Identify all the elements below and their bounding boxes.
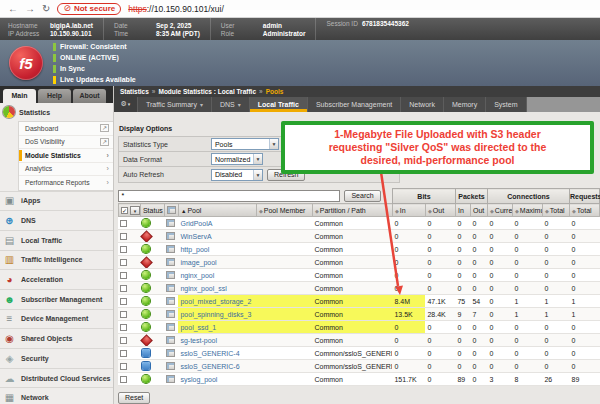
expand-row-icon[interactable] [166,323,175,331]
row-checkbox[interactable] [120,350,127,357]
sidebar-item-shared-objects[interactable]: ◉Shared Objects [0,328,113,348]
row-checkbox[interactable] [120,337,127,344]
row-checkbox[interactable] [120,376,127,383]
sidebar-item-subscriber-management[interactable]: ☻Subscriber Management [0,289,113,309]
expand-row-icon[interactable] [166,271,175,279]
stat-value: 0 [570,321,600,334]
column-header-bits-out[interactable]: ◆Out [425,204,455,217]
column-header-status[interactable]: Status [140,204,164,217]
pool-link[interactable]: nginx_pool_ssl [180,285,226,292]
breadcrumb-module-statistics[interactable]: Module Statistics : Local Traffic [158,88,256,95]
pool-link[interactable]: image_pool [180,259,216,266]
browser-refresh-icon[interactable]: ↻ [42,4,50,14]
column-header-partition-path[interactable]: ◆Partition / Path [312,204,392,217]
row-checkbox[interactable] [120,324,127,331]
sidebar-subitem-performance-reports[interactable]: Performance Reports› [19,176,113,190]
expand-row-icon[interactable] [166,349,175,357]
column-header-pool[interactable]: ▲Pool [178,204,256,217]
pool-link[interactable]: ssloS_GENERIC-4 [180,350,239,357]
pool-link[interactable]: ssloS_GENERIC-6 [180,363,239,370]
pool-link[interactable]: syslog_pool [180,376,217,383]
sidebar-item-network[interactable]: ▦Network [0,387,113,404]
tab-system[interactable]: System [486,97,526,112]
url-text[interactable]: https://10.150.90.101/xui/ [128,4,223,14]
sidebar-item-traffic-intelligence[interactable]: ▥Traffic Intelligence [0,250,113,270]
sidebar-item-security[interactable]: ◈Security [0,348,113,368]
expand-all-icon[interactable] [167,206,176,214]
tab-subscriber-management[interactable]: Subscriber Management [308,97,401,112]
sidebar-item-distributed-cloud-services[interactable]: ☁Distributed Cloud Services [0,368,113,388]
stat-value: 0 [425,373,455,386]
pool-link[interactable]: http_pool [180,246,209,253]
search-button[interactable]: Search [344,190,380,202]
pool-link[interactable]: sg-test-pool [180,337,217,344]
row-checkbox[interactable] [120,259,127,266]
expand-row-icon[interactable] [166,258,175,266]
row-checkbox[interactable] [120,363,127,370]
search-input[interactable] [118,190,340,202]
pool-link[interactable]: pool_spinning_disks_3 [180,311,251,318]
row-checkbox[interactable] [120,272,127,279]
expand-row-icon[interactable] [166,232,175,240]
sidebar-tab-about[interactable]: About [73,89,106,103]
column-header-bits-in[interactable]: ◆In [392,204,425,217]
sidebar-subitem-analytics[interactable]: Analytics› [19,163,113,177]
expand-row-icon[interactable] [166,219,175,227]
sidebar-subitem-module-statistics[interactable]: Module Statistics› [19,149,113,163]
sidebar-subitem-dashboard[interactable]: Dashboard↗ [19,122,113,136]
row-checkbox[interactable] [120,246,127,253]
expand-row-icon[interactable] [166,310,175,318]
f5-logo[interactable]: f5 [9,46,43,80]
pool-link[interactable]: pool_ssd_1 [180,324,216,331]
expand-row-icon[interactable] [166,297,175,305]
row-checkbox[interactable] [120,220,127,227]
expand-row-icon[interactable] [166,284,175,292]
sidebar-item-statistics[interactable]: Statistics [0,103,113,121]
pool-link[interactable]: GridPoolA [180,220,212,227]
column-header-pool-member[interactable]: ◆Pool Member [256,204,312,217]
settings-gear-tab[interactable]: ⚙▾ [114,97,138,112]
tab-local-traffic[interactable]: Local Traffic [250,97,308,112]
reset-button[interactable]: Reset [118,392,150,404]
column-header-connections-maximum[interactable]: ◆Maximum [512,204,542,217]
pool-link[interactable]: WinServA [180,233,211,240]
sidebar-item-device-management[interactable]: ≡Device Management [0,309,113,329]
browser-forward-icon[interactable]: → [25,4,35,14]
browser-back-icon[interactable]: ← [8,4,18,14]
sidebar-item-dns[interactable]: ⊕DNS [0,210,113,230]
tab-network[interactable]: Network [401,97,444,112]
row-checkbox[interactable] [120,233,127,240]
statistics-type-select[interactable]: Pools▼ [211,138,279,150]
auto-refresh-select[interactable]: Disabled▼ [211,169,263,181]
expand-row-icon[interactable] [166,336,175,344]
expand-row-icon[interactable] [166,362,175,370]
tab-traffic-summary[interactable]: Traffic Summary▾ [138,97,212,112]
pool-link[interactable]: pool_mixed_storage_2 [180,298,251,305]
sidebar-subitem-dos-visibility[interactable]: DoS Visibility↗ [19,136,113,150]
sidebar-item-local-traffic[interactable]: ▤Local Traffic [0,230,113,250]
column-header-connections-total[interactable]: ◆Total [542,204,569,217]
sidebar-tab-help[interactable]: Help [38,89,71,103]
column-header-connections-current[interactable]: ◆Current [487,204,512,217]
stat-value: 0 [512,269,542,282]
sidebar-tab-main[interactable]: Main [3,89,36,103]
gear-icon: ⚙ [121,100,127,108]
data-format-select[interactable]: Normalized▼ [211,153,263,165]
pool-link[interactable]: nginx_pool [180,272,214,279]
row-checkbox[interactable] [120,285,127,292]
tab-dns[interactable]: DNS▾ [212,97,250,112]
expand-row-icon[interactable] [166,375,175,383]
sidebar-item-acceleration[interactable]: ◕Acceleration [0,269,113,289]
column-header-requests-total[interactable]: ◆Total [570,204,600,217]
select-all-checkbox[interactable]: ✓ [121,207,128,214]
expand-row-icon[interactable] [166,245,175,253]
select-menu-button[interactable]: ▾ [130,206,140,215]
sidebar-item-iapps[interactable]: ▣iApps [0,191,113,211]
column-header-packets-out[interactable]: Out [470,204,487,217]
not-secure-badge[interactable]: ⊘ Not secure [57,3,121,15]
row-checkbox[interactable] [120,298,127,305]
breadcrumb-statistics[interactable]: Statistics [120,88,149,95]
column-header-packets-in[interactable]: In [455,204,470,217]
row-checkbox[interactable] [120,311,127,318]
tab-memory[interactable]: Memory [444,97,486,112]
